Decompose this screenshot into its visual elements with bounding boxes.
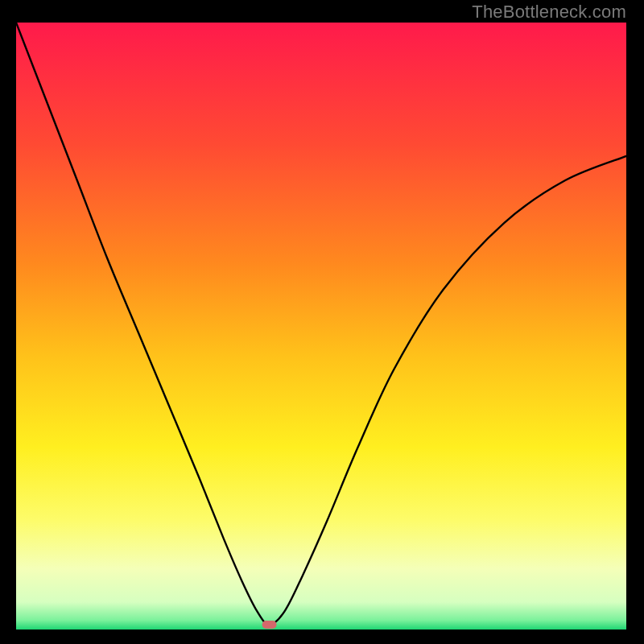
chart-frame: TheBottleneck.com xyxy=(0,0,644,644)
watermark-text: TheBottleneck.com xyxy=(472,2,626,23)
chart-svg xyxy=(16,23,626,630)
plot-area xyxy=(16,23,626,630)
gradient-background xyxy=(16,23,626,630)
optimal-marker xyxy=(262,621,277,629)
